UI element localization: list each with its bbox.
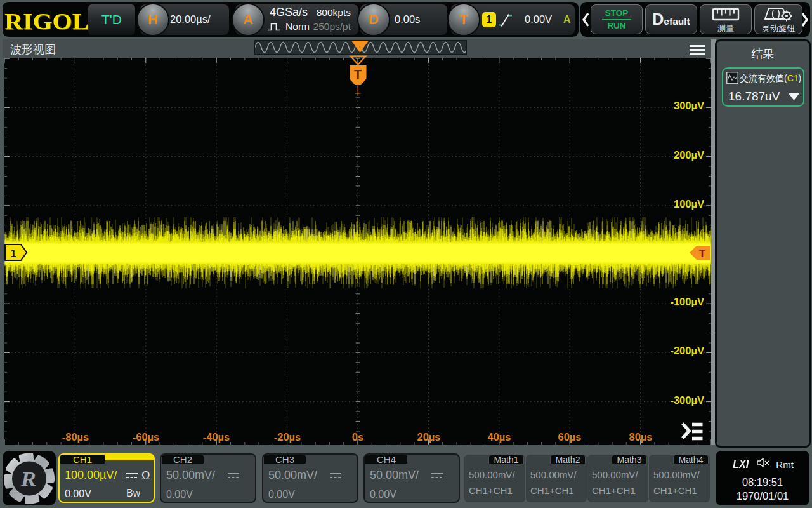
svg-text:-100µV: -100µV	[670, 296, 704, 307]
svg-text:-200µV: -200µV	[670, 345, 704, 356]
svg-text:100µV: 100µV	[674, 198, 704, 210]
svg-text:T: T	[699, 248, 706, 260]
svg-text:T: T	[354, 67, 362, 81]
svg-text:80µs: 80µs	[629, 431, 652, 443]
svg-text:40µs: 40µs	[487, 431, 511, 443]
svg-text:-300µV: -300µV	[670, 394, 704, 406]
svg-text:-80µs: -80µs	[62, 431, 89, 443]
svg-text:20µs: 20µs	[417, 431, 440, 443]
svg-text:0s: 0s	[352, 431, 363, 443]
svg-text:200µV: 200µV	[674, 149, 704, 161]
svg-text:300µV: 300µV	[674, 100, 704, 111]
svg-text:-20µs: -20µs	[274, 431, 301, 443]
svg-text:-40µs: -40µs	[203, 431, 230, 443]
svg-text:-60µs: -60µs	[133, 431, 160, 443]
svg-text:60µs: 60µs	[558, 431, 581, 443]
svg-text:1: 1	[10, 248, 16, 260]
